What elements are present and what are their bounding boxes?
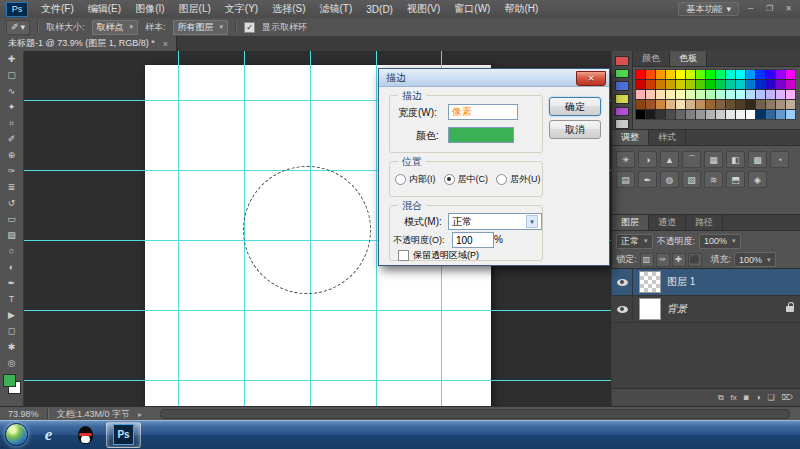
position-option-2[interactable]: 居中(C) (444, 173, 489, 186)
lock-icon-3[interactable]: ✚ (672, 253, 686, 267)
sample-dropdown[interactable]: 所有图层 ▾ (173, 20, 229, 35)
swatch-64[interactable] (786, 100, 795, 109)
close-button[interactable]: ✕ (781, 3, 796, 15)
swatch-16[interactable] (786, 70, 795, 79)
swatches-tab-2[interactable]: 色板 (670, 51, 707, 66)
swatch-79[interactable] (776, 110, 785, 119)
swatch-3[interactable] (656, 70, 665, 79)
tool-eraser[interactable]: ▭ (0, 211, 23, 227)
swatch-26[interactable] (726, 80, 735, 89)
swatch-59[interactable] (736, 100, 745, 109)
adjustment-icon-14[interactable]: ⬒ (726, 171, 745, 188)
swatch-30[interactable] (766, 80, 775, 89)
adjustment-icon-1[interactable]: ☀ (616, 151, 635, 168)
visibility-toggle[interactable] (612, 296, 633, 322)
menu-item-10[interactable]: 窗口(W) (447, 2, 497, 16)
swatch-66[interactable] (646, 110, 655, 119)
swatch-74[interactable] (726, 110, 735, 119)
menu-item-9[interactable]: 视图(V) (400, 2, 447, 16)
swatch-80[interactable] (786, 110, 795, 119)
adjustment-icon-7[interactable]: ▩ (748, 151, 767, 168)
swatch-46[interactable] (766, 90, 775, 99)
tool-healing-brush[interactable]: ⊕ (0, 147, 23, 163)
adjustments-tab-2[interactable]: 样式 (649, 130, 686, 145)
panel-chip-3[interactable] (615, 81, 629, 91)
swatch-22[interactable] (686, 80, 695, 89)
layers-action-5[interactable]: ❏ (768, 393, 775, 402)
swatch-5[interactable] (676, 70, 685, 79)
swatch-76[interactable] (746, 110, 755, 119)
swatch-21[interactable] (676, 80, 685, 89)
position-option-1[interactable]: 内部(I) (395, 173, 436, 186)
swatch-24[interactable] (706, 80, 715, 89)
adjustment-icon-3[interactable]: ▲ (660, 151, 679, 168)
swatch-8[interactable] (706, 70, 715, 79)
swatches-tab-1[interactable]: 颜色 (633, 51, 670, 66)
swatch-47[interactable] (776, 90, 785, 99)
swatch-61[interactable] (756, 100, 765, 109)
zoom-level[interactable]: 73.98% (8, 409, 39, 419)
tool-lasso[interactable]: ∿ (0, 83, 23, 99)
tool-move[interactable]: ✚ (0, 51, 23, 67)
swatch-4[interactable] (666, 70, 675, 79)
menu-item-11[interactable]: 帮助(H) (497, 2, 545, 16)
sample-size-dropdown[interactable]: 取样点 ▾ (92, 20, 139, 35)
swatch-49[interactable] (636, 100, 645, 109)
layers-tab-2[interactable]: 通道 (649, 215, 686, 230)
dialog-close-button[interactable]: ✕ (576, 71, 606, 86)
menu-item-2[interactable]: 编辑(E) (81, 2, 128, 16)
swatch-12[interactable] (746, 70, 755, 79)
swatch-31[interactable] (776, 80, 785, 89)
tool-zoom[interactable]: ◎ (0, 355, 23, 371)
layers-tab-1[interactable]: 图层 (612, 215, 649, 230)
adjustment-icon-5[interactable]: ▦ (704, 151, 723, 168)
tool-dodge[interactable]: ◐ (0, 259, 23, 275)
elliptical-selection[interactable] (243, 166, 371, 294)
swatch-19[interactable] (656, 80, 665, 89)
layers-action-4[interactable]: ◑ (756, 393, 761, 402)
menu-item-7[interactable]: 滤镜(T) (313, 2, 360, 16)
swatch-36[interactable] (666, 90, 675, 99)
swatch-32[interactable] (786, 80, 795, 89)
guide-horizontal-5[interactable] (24, 380, 612, 381)
swatch-48[interactable] (786, 90, 795, 99)
tool-crop[interactable]: ⌗ (0, 115, 23, 131)
swatch-17[interactable] (636, 80, 645, 89)
tool-clone-stamp[interactable]: ≣ (0, 179, 23, 195)
swatch-78[interactable] (766, 110, 775, 119)
swatch-69[interactable] (676, 110, 685, 119)
swatch-10[interactable] (726, 70, 735, 79)
swatch-7[interactable] (696, 70, 705, 79)
horizontal-scrollbar[interactable] (160, 409, 790, 419)
swatch-58[interactable] (726, 100, 735, 109)
taskbar-qq-button[interactable] (69, 423, 102, 447)
taskbar-photoshop-button[interactable]: Ps (106, 422, 141, 448)
swatch-1[interactable] (636, 70, 645, 79)
start-button[interactable] (5, 423, 28, 446)
fill-dropdown[interactable]: 100% ▾ (734, 252, 776, 267)
ok-button[interactable]: 确定 (549, 97, 601, 116)
restore-button[interactable]: ❐ (762, 3, 777, 15)
panel-chip-2[interactable] (615, 69, 629, 79)
swatch-28[interactable] (746, 80, 755, 89)
swatch-68[interactable] (666, 110, 675, 119)
swatch-75[interactable] (736, 110, 745, 119)
swatch-67[interactable] (656, 110, 665, 119)
photoshop-logo-icon[interactable]: Ps (6, 2, 28, 17)
menu-item-3[interactable]: 图像(I) (128, 2, 171, 16)
adjustment-icon-4[interactable]: ⌒ (682, 151, 701, 168)
tool-eyedropper[interactable]: ✐ (0, 131, 23, 147)
swatch-65[interactable] (636, 110, 645, 119)
swatch-53[interactable] (676, 100, 685, 109)
swatch-43[interactable] (736, 90, 745, 99)
swatch-44[interactable] (746, 90, 755, 99)
swatch-37[interactable] (676, 90, 685, 99)
layers-action-1[interactable]: ⧉ (718, 393, 724, 403)
show-ring-checkbox[interactable]: ✓ (244, 22, 255, 33)
menu-item-6[interactable]: 选择(S) (265, 2, 312, 16)
swatch-13[interactable] (756, 70, 765, 79)
layers-action-6[interactable]: ⌦ (782, 393, 793, 402)
opacity-dropdown[interactable]: 100% ▾ (699, 234, 741, 249)
panel-chip-5[interactable] (615, 107, 629, 117)
adjustment-icon-11[interactable]: ◍ (660, 171, 679, 188)
